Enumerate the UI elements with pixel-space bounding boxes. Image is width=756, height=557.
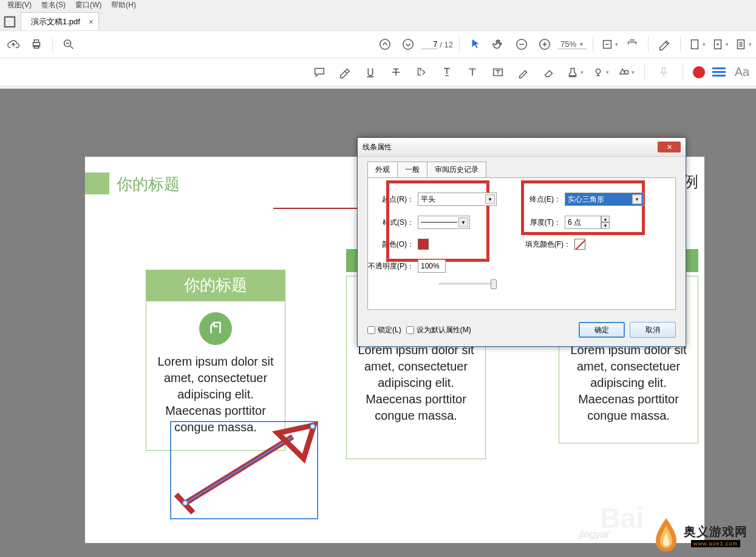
- card-header: 你的标题: [146, 270, 285, 301]
- menu-bar: 视图(V) 签名(S) 窗口(W) 帮助(H): [0, 0, 756, 10]
- dialog-title: 线条属性: [363, 142, 392, 152]
- slider-thumb[interactable]: [491, 279, 497, 289]
- start-combo[interactable]: 平头▼: [418, 193, 497, 206]
- zoom-plus-icon[interactable]: [535, 35, 554, 54]
- tab-history[interactable]: 审阅历史记录: [427, 162, 486, 177]
- handle-end[interactable]: [310, 423, 316, 429]
- svg-point-5: [380, 39, 390, 50]
- zoom-select[interactable]: 75%▼: [558, 39, 587, 49]
- svg-line-16: [185, 437, 293, 504]
- line-weight-icon[interactable]: [712, 67, 726, 77]
- tab-general[interactable]: 一般: [397, 162, 427, 177]
- hand-icon[interactable]: [489, 35, 508, 54]
- text-tool-icon[interactable]: [463, 63, 482, 81]
- eraser-icon[interactable]: [540, 63, 558, 81]
- site-watermark: 奥义游戏网 www.aoe1.com: [652, 517, 747, 553]
- stamp-icon[interactable]: ▾: [565, 63, 584, 81]
- color-picker[interactable]: [693, 66, 705, 78]
- pencil-icon[interactable]: [514, 63, 533, 81]
- ok-button[interactable]: 确定: [579, 322, 625, 338]
- comment-icon[interactable]: [310, 63, 329, 81]
- text-strikethrough-icon[interactable]: [387, 63, 405, 81]
- lock-checkbox[interactable]: 锁定(L): [367, 325, 401, 335]
- baidu-sub: jingyar: [579, 528, 610, 541]
- shapes-icon[interactable]: ▾: [616, 63, 635, 81]
- page-more-icon[interactable]: ▾: [733, 35, 752, 54]
- edit-icon[interactable]: [655, 35, 674, 54]
- menu-help[interactable]: 帮助(H): [106, 0, 141, 10]
- opacity-input[interactable]: 100%: [418, 259, 446, 273]
- watermark-text: 奥义游戏网: [684, 524, 747, 540]
- cancel-button[interactable]: 取消: [630, 322, 676, 338]
- line-properties-dialog: 线条属性 ✕ 外观 一般 审阅历史记录 起点(R)： 平头▼ 终点(E)： 实心…: [357, 137, 686, 347]
- close-icon[interactable]: ✕: [658, 142, 681, 152]
- menu-sign[interactable]: 签名(S): [36, 0, 70, 10]
- close-icon[interactable]: ×: [89, 17, 94, 27]
- fit-width-icon[interactable]: ▾: [599, 35, 619, 54]
- spin-down-icon[interactable]: ▼: [601, 222, 610, 229]
- svg-rect-2: [34, 40, 38, 43]
- zoom-minus-icon[interactable]: [512, 35, 531, 54]
- selection-box[interactable]: [170, 421, 318, 519]
- pin-icon[interactable]: [655, 63, 673, 81]
- tab-appearance[interactable]: 外观: [367, 162, 398, 177]
- label-opacity: 不透明度(P)：: [358, 261, 414, 272]
- font-icon[interactable]: Aa: [733, 63, 751, 81]
- label-style: 样式(S)：: [373, 217, 414, 228]
- page-icon[interactable]: ▾: [687, 35, 706, 54]
- text-underline-icon[interactable]: [361, 63, 380, 81]
- page-down-icon[interactable]: [398, 35, 418, 54]
- label-color: 颜色(O)：: [373, 239, 414, 250]
- page-add-icon[interactable]: ▾: [710, 35, 729, 54]
- print-icon[interactable]: [27, 35, 46, 54]
- handle-start[interactable]: [182, 500, 188, 506]
- svg-point-14: [596, 69, 600, 73]
- card-text: Lorem ipsum dolor sit amet, consectetuer…: [565, 342, 692, 424]
- spin-up-icon[interactable]: ▲: [601, 216, 610, 222]
- svg-point-6: [403, 39, 414, 50]
- text-replace-icon[interactable]: [412, 63, 431, 81]
- tool-drag-icon[interactable]: [1, 13, 18, 30]
- tab-label: 演示文稿1.pdf: [31, 16, 80, 27]
- dialog-panel: 起点(R)： 平头▼ 终点(E)： 实心三角形▼ 样式(S)： ▼ 厚度(T)：…: [367, 177, 676, 310]
- thickness-spinner[interactable]: ▲▼: [565, 216, 610, 229]
- rotate-icon[interactable]: [622, 35, 642, 54]
- fill-swatch[interactable]: [574, 239, 585, 250]
- document-tab[interactable]: 演示文稿1.pdf ×: [21, 12, 99, 30]
- style-combo[interactable]: ▼: [418, 216, 470, 229]
- cursor-icon[interactable]: [466, 35, 485, 54]
- main-toolbar: / 12 75%▼ ▾ ▾ ▾ ▾: [0, 30, 756, 58]
- annotation-toolbar: ▾ ▾ ▾ Aa: [0, 58, 756, 86]
- label-start: 起点(R)：: [373, 194, 414, 205]
- cloud-upload-icon[interactable]: [4, 35, 23, 54]
- tab-bar: 演示文稿1.pdf ×: [0, 10, 756, 30]
- label-thickness: 厚度(T)：: [516, 217, 561, 228]
- menu-window[interactable]: 窗口(W): [70, 0, 106, 10]
- flame-icon: [652, 517, 680, 553]
- dialog-titlebar[interactable]: 线条属性 ✕: [358, 138, 686, 157]
- card-text: Lorem ipsum dolor sit amet, consectetuer…: [353, 342, 479, 424]
- dialog-footer: 锁定(L) 设为默认属性(M) 确定 取消: [358, 317, 686, 346]
- page-input[interactable]: [421, 39, 437, 49]
- page-up-icon[interactable]: [375, 35, 395, 54]
- opacity-slider[interactable]: [438, 282, 493, 285]
- end-combo[interactable]: 实心三角形▼: [565, 193, 644, 206]
- label-fill: 填充颜色(F)：: [516, 239, 571, 250]
- color-swatch[interactable]: [418, 239, 429, 250]
- label-end: 终点(E)：: [516, 194, 561, 205]
- svg-rect-0: [5, 17, 15, 27]
- page-title: 你的标题: [117, 174, 180, 195]
- dialog-tabs: 外观 一般 审阅历史记录: [367, 162, 686, 177]
- attach-icon[interactable]: ▾: [591, 63, 609, 81]
- watermark-url: www.aoe1.com: [691, 540, 740, 547]
- default-checkbox[interactable]: 设为默认属性(M): [406, 325, 471, 335]
- textbox-icon[interactable]: [489, 63, 507, 81]
- menu-view[interactable]: 视图(V): [2, 0, 36, 10]
- text-insert-icon[interactable]: [438, 63, 456, 81]
- thickness-input[interactable]: [565, 216, 601, 229]
- page-number: / 12: [421, 39, 453, 49]
- baidu-watermark: Bai: [600, 502, 644, 535]
- highlighter-icon[interactable]: [336, 63, 354, 81]
- page-total: / 12: [440, 40, 453, 49]
- zoom-out-icon[interactable]: [59, 35, 78, 54]
